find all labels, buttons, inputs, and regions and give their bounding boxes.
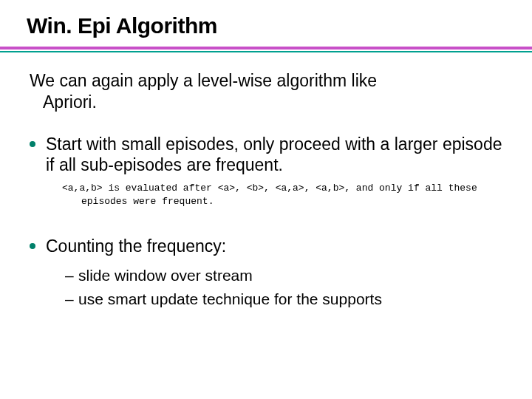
divider-bar-magenta (0, 47, 532, 50)
intro-line-1: We can again apply a level-wise algorith… (30, 71, 377, 90)
bullet-dot-icon (30, 141, 35, 147)
slide-title: Win. Epi Algorithm (27, 13, 532, 38)
mono-note: <a,a,b> is evaluated after <a>, <b>, <a,… (46, 176, 502, 208)
slide: Win. Epi Algorithm We can again apply a … (0, 0, 532, 399)
sub-item-1: – slide window over stream (65, 266, 502, 285)
title-block: Win. Epi Algorithm (0, 0, 532, 38)
bullet-list: Start with small episodes, only proceed … (30, 134, 502, 310)
bullet-dot-icon (30, 243, 35, 249)
mono-line-1: <a,a,b> is evaluated after <a>, <b>, <a,… (62, 183, 477, 194)
bullet-text-1: Start with small episodes, only proceed … (46, 134, 502, 175)
bullet-item-2: Counting the frequency: – slide window o… (30, 236, 502, 309)
intro-paragraph: We can again apply a level-wise algorith… (30, 70, 502, 113)
divider (0, 47, 532, 52)
sub-item-2-text: use smart update technique for the suppo… (78, 290, 382, 307)
sub-item-2: – use smart update technique for the sup… (65, 290, 502, 309)
sub-item-1-text: slide window over stream (78, 267, 253, 284)
bullet-item-1: Start with small episodes, only proceed … (30, 134, 502, 208)
intro-line-2: Apriori. (30, 92, 502, 113)
bullet-text-2: Counting the frequency: (46, 236, 226, 256)
sub-list: – slide window over stream – use smart u… (46, 257, 502, 310)
dash-icon: – (65, 266, 74, 285)
slide-body: We can again apply a level-wise algorith… (0, 52, 532, 309)
mono-line-2: episodes were frequent. (62, 195, 502, 208)
dash-icon: – (65, 290, 74, 309)
